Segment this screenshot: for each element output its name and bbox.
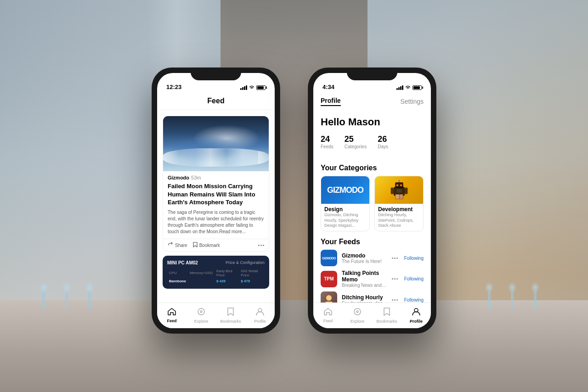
phone-left-bottom-nav: Feed Explore Bookmarks bbox=[157, 302, 275, 328]
ad-header: MINI PC AM02 Price & Configuration bbox=[167, 260, 265, 265]
article-title[interactable]: Failed Moon Mission Carrying Human Remai… bbox=[163, 182, 269, 209]
nav-right-feed-label: Feed bbox=[323, 319, 333, 323]
category-design[interactable]: GIZMODO Design Gizmodo, Ditching Hourly,… bbox=[321, 176, 370, 231]
ad-subtitle: Price & Configuration bbox=[226, 260, 265, 265]
profile-tab-header: Profile Settings bbox=[313, 93, 431, 111]
stat-categories-label: Categories bbox=[345, 144, 367, 149]
battery-icon bbox=[256, 85, 266, 90]
ad-card: MINI PC AM02 Price & Configuration CPU M… bbox=[163, 256, 269, 289]
feed-item-dh[interactable]: Ditching Hourly For developers, designer… bbox=[321, 291, 424, 302]
stat-days-number: 26 bbox=[378, 134, 388, 144]
categories-section: Your Categories GIZMODO Design Gizmodo, … bbox=[321, 164, 424, 231]
explore-icon bbox=[197, 308, 205, 318]
wifi-icon-right bbox=[405, 85, 411, 90]
feed-item-gizmodo[interactable]: GIZMODO Gizmodo The Future Is Here! Foll… bbox=[321, 250, 424, 266]
svg-rect-13 bbox=[396, 194, 399, 199]
phone-right-status-icons bbox=[396, 85, 422, 90]
ad-early-price: $ 439 bbox=[215, 278, 239, 284]
nav-profile[interactable]: Profile bbox=[245, 308, 275, 324]
tpm-following: Following bbox=[404, 276, 424, 281]
nav-explore[interactable]: Explore bbox=[187, 308, 216, 324]
more-button[interactable] bbox=[258, 245, 264, 246]
category-dev-info: Development Ditching Hourly, SitePoint, … bbox=[375, 204, 423, 231]
share-button[interactable]: Share bbox=[168, 242, 187, 249]
stat-feeds: 24 Feeds bbox=[321, 134, 334, 149]
category-dev-name: Development bbox=[378, 206, 420, 213]
profile-content: Hello Mason 24 Feeds 25 Categories 26 bbox=[313, 111, 431, 302]
article-card[interactable]: Gizmodo 53m Failed Moon Mission Carrying… bbox=[163, 116, 269, 252]
gizmodo-more-icon[interactable] bbox=[392, 258, 398, 259]
nav-right-explore-label: Explore bbox=[351, 319, 365, 324]
feeds-list: GIZMODO Gizmodo The Future Is Here! Foll… bbox=[321, 250, 424, 302]
category-dev-sources: Ditching Hourly, SitePoint, Codrops, Sta… bbox=[378, 213, 420, 229]
nav-right-bookmarks-label: Bookmarks bbox=[376, 319, 397, 324]
cloud-overlay bbox=[163, 148, 269, 167]
wifi-icon bbox=[249, 85, 254, 90]
svg-rect-14 bbox=[399, 194, 402, 199]
feed-item-tpm[interactable]: TPM Talking Points Memo Breaking News an… bbox=[321, 270, 424, 288]
ad-col-retail: IGG Retail Price bbox=[239, 268, 265, 278]
nav-right-bookmarks[interactable]: Bookmarks bbox=[372, 308, 401, 324]
tpm-more-icon[interactable] bbox=[392, 278, 398, 280]
stat-categories-number: 25 bbox=[345, 134, 367, 144]
svg-rect-9 bbox=[396, 189, 401, 192]
article-time: 53m bbox=[191, 175, 201, 180]
nav-right-profile[interactable]: Profile bbox=[401, 308, 431, 324]
category-design-name: Design bbox=[324, 206, 366, 213]
nav-right-feed[interactable]: Feed bbox=[313, 308, 343, 323]
nav-profile-label: Profile bbox=[254, 319, 266, 324]
svg-point-8 bbox=[398, 180, 400, 181]
ad-cpu-value: Barebone bbox=[167, 278, 188, 284]
feeds-section: Your Feeds GIZMODO Gizmodo The Future Is… bbox=[321, 238, 424, 302]
bookmark-label: Bookmark bbox=[199, 243, 220, 248]
ad-table-row: Barebone $ 439 $ 479 bbox=[167, 278, 265, 284]
category-dev-image bbox=[375, 176, 423, 204]
share-label: Share bbox=[175, 243, 187, 248]
feed-screen: Feed Gizmodo 53m Failed Moon bbox=[157, 93, 275, 302]
categories-title: Your Categories bbox=[321, 164, 424, 172]
bookmark-icon bbox=[193, 242, 198, 249]
home-icon-right bbox=[324, 308, 332, 318]
phone-right-screen: 4:34 bbox=[313, 73, 431, 328]
ad-memory-value bbox=[188, 278, 215, 284]
gizmodo-name: Gizmodo bbox=[342, 252, 387, 259]
dh-info: Ditching Hourly For developers, designer… bbox=[342, 294, 387, 302]
bookmark-button[interactable]: Bookmark bbox=[193, 242, 220, 249]
ad-col-early: Early Bird Price bbox=[215, 268, 239, 278]
signal-icon-right bbox=[396, 85, 403, 90]
signal-icon bbox=[240, 85, 247, 90]
ad-retail-price: $ 479 bbox=[239, 278, 265, 284]
tab-settings[interactable]: Settings bbox=[400, 98, 424, 105]
dh-following: Following bbox=[404, 297, 424, 302]
ad-product-name: MINI PC AM02 bbox=[167, 260, 198, 265]
more-dots-icon bbox=[258, 245, 264, 246]
article-actions: Share Bookmark bbox=[163, 239, 269, 252]
dh-more-icon[interactable] bbox=[392, 299, 398, 301]
feed-header: Feed bbox=[157, 93, 275, 110]
svg-rect-16 bbox=[325, 302, 333, 302]
tab-profile[interactable]: Profile bbox=[321, 97, 341, 106]
phone-left: 12:23 bbox=[152, 67, 280, 334]
category-dev[interactable]: Development Ditching Hourly, SitePoint, … bbox=[374, 176, 424, 231]
nav-bookmarks-label: Bookmarks bbox=[220, 319, 241, 324]
profile-stats: 24 Feeds 25 Categories 26 Days bbox=[321, 134, 424, 149]
gizmodo-logo: GIZMODO bbox=[321, 250, 337, 266]
article-excerpt: The saga of Peregrine is coming to a tra… bbox=[163, 209, 269, 239]
ad-col-cpu: CPU bbox=[167, 268, 188, 278]
profile-icon bbox=[256, 308, 264, 318]
gizmodo-following: Following bbox=[404, 256, 424, 261]
feed-title: Feed bbox=[207, 97, 224, 105]
nav-right-explore[interactable]: Explore bbox=[343, 308, 372, 324]
svg-rect-10 bbox=[390, 187, 393, 194]
phone-right-time: 4:34 bbox=[322, 84, 334, 90]
phone-left-status-icons bbox=[240, 85, 266, 90]
share-icon bbox=[168, 242, 173, 249]
nav-feed[interactable]: Feed bbox=[157, 308, 187, 323]
article-image bbox=[163, 116, 269, 171]
ad-table: CPU Memory+SSD Early Bird Price IGG Reta… bbox=[167, 268, 265, 284]
bookmarks-icon bbox=[227, 308, 234, 318]
feed-content: Gizmodo 53m Failed Moon Mission Carrying… bbox=[157, 110, 275, 302]
category-design-sources: Gizmodo, Ditching Hourly, Speckyboy Desi… bbox=[324, 213, 366, 229]
nav-bookmarks[interactable]: Bookmarks bbox=[216, 308, 245, 324]
tpm-desc: Breaking News and Analysis bbox=[342, 283, 387, 288]
